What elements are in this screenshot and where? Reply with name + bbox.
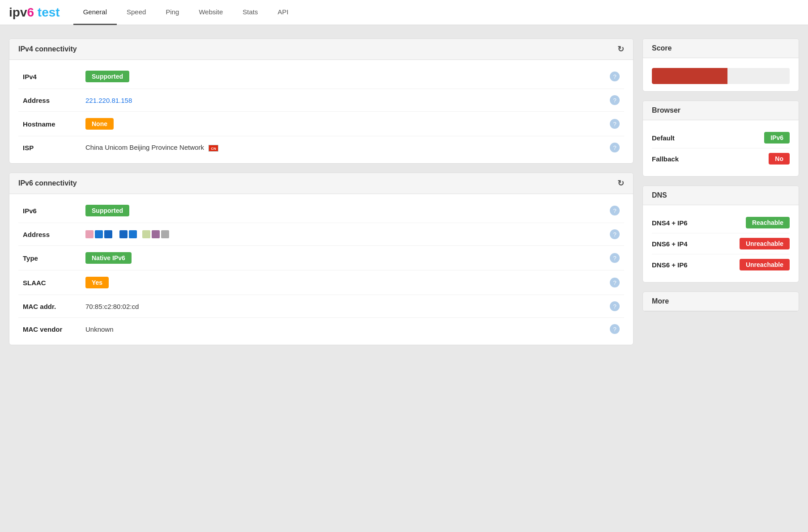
cn-flag-icon: CN (208, 145, 218, 152)
browser-fallback-badge: No (769, 153, 790, 165)
dns-card-body: DNS4 + IP6 Reachable DNS6 + IP4 Unreacha… (643, 205, 799, 282)
ipv6-mac-vendor-help-icon[interactable]: ? (610, 324, 620, 334)
nav-tab-general[interactable]: General (73, 0, 117, 25)
browser-default-label: Default (652, 134, 675, 142)
ipv6-block-2 (95, 230, 103, 238)
ipv6-block-7 (152, 230, 160, 238)
ipv6-block-1 (85, 230, 94, 238)
ipv6-address-row: Address (18, 223, 624, 246)
dns4-ip6-row: DNS4 + IP6 Reachable (652, 212, 790, 233)
browser-fallback-label: Fallback (652, 155, 679, 163)
ipv6-mac-vendor-label: MAC vendor (23, 325, 85, 333)
ipv4-section-title: IPv4 connectivity (18, 45, 77, 53)
ipv6-block-3 (104, 230, 112, 238)
browser-card-header: Browser (643, 101, 799, 120)
dns6-ip4-row: DNS6 + IP4 Unreachable (652, 233, 790, 254)
ipv6-refresh-icon[interactable]: ↻ (617, 178, 624, 188)
score-bar-container (652, 68, 790, 84)
ipv6-label: IPv6 (23, 207, 85, 215)
ipv6-supported-badge: Supported (85, 205, 129, 216)
ipv6-address-help-icon[interactable]: ? (610, 229, 620, 239)
left-column: IPv4 connectivity ↻ IPv4 Supported ? Add… (9, 38, 634, 345)
nav-tab-website[interactable]: Website (189, 0, 233, 25)
ipv4-hostname-label: Hostname (23, 120, 85, 128)
ipv4-card-body: IPv4 Supported ? Address 221.220.81.158 … (9, 60, 633, 163)
ipv4-address-label: Address (23, 97, 85, 104)
ipv6-address-blocks (85, 230, 610, 238)
browser-card-body: Default IPv6 Fallback No (643, 120, 799, 176)
nav-tab-ping[interactable]: Ping (156, 0, 189, 25)
ipv6-block-6 (142, 230, 150, 238)
header: ipv6 test General Speed Ping Website Sta… (0, 0, 808, 25)
ipv6-card-header: IPv6 connectivity ↻ (9, 173, 633, 194)
logo-test-text: test (34, 5, 60, 19)
browser-fallback-row: Fallback No (652, 148, 790, 169)
ipv6-status-row: IPv6 Supported ? (18, 198, 624, 223)
browser-default-badge: IPv6 (764, 132, 790, 144)
ipv6-type-label: Type (23, 254, 85, 262)
score-bar-fill (652, 68, 727, 84)
ipv4-supported-badge: Supported (85, 71, 129, 82)
dns6-ip6-label: DNS6 + IP6 (652, 261, 688, 269)
ipv4-hostname-badge: None (85, 118, 114, 130)
more-card: More (642, 291, 799, 312)
score-card-body (643, 58, 799, 91)
ipv6-section-title: IPv6 connectivity (18, 179, 77, 187)
ipv6-type-value: Native IPv6 (85, 252, 610, 264)
ipv4-address-value: 221.220.81.158 (85, 97, 610, 104)
ipv4-status-row: IPv4 Supported ? (18, 64, 624, 89)
dns-card-header: DNS (643, 186, 799, 205)
ipv6-slaac-help-icon[interactable]: ? (610, 278, 620, 287)
ipv6-value: Supported (85, 205, 610, 216)
ipv6-mac-addr-row: MAC addr. 70:85:c2:80:02:cd ? (18, 295, 624, 318)
ipv4-help-icon[interactable]: ? (610, 72, 620, 81)
dns4-ip6-label: DNS4 + IP6 (652, 219, 688, 227)
ipv6-type-help-icon[interactable]: ? (610, 253, 620, 263)
ipv4-refresh-icon[interactable]: ↻ (617, 44, 624, 54)
ipv6-help-icon[interactable]: ? (610, 206, 620, 215)
ipv6-card: IPv6 connectivity ↻ IPv6 Supported ? Add… (9, 173, 634, 345)
nav-tab-speed[interactable]: Speed (117, 0, 156, 25)
ipv6-type-badge: Native IPv6 (85, 252, 132, 264)
ipv4-isp-text: China Unicom Beijing Province Network (85, 144, 204, 151)
logo: ipv6 test (9, 5, 60, 20)
right-column: Score Browser Default IPv6 Fallback No (642, 38, 799, 345)
ipv4-hostname-row: Hostname None ? (18, 112, 624, 136)
ipv4-card: IPv4 connectivity ↻ IPv4 Supported ? Add… (9, 38, 634, 164)
nav-tab-api[interactable]: API (268, 0, 298, 25)
nav-tabs: General Speed Ping Website Stats API (73, 0, 298, 25)
score-card-header: Score (643, 39, 799, 58)
ipv6-mac-help-icon[interactable]: ? (610, 301, 620, 311)
ipv4-isp-help-icon[interactable]: ? (610, 143, 620, 152)
dns-card: DNS DNS4 + IP6 Reachable DNS6 + IP4 Unre… (642, 186, 799, 283)
ipv4-hostname-help-icon[interactable]: ? (610, 119, 620, 129)
logo-6-text: 6 (27, 5, 34, 19)
browser-card: Browser Default IPv6 Fallback No (642, 101, 799, 177)
ipv4-label: IPv4 (23, 73, 85, 80)
ipv6-card-body: IPv6 Supported ? Address (9, 194, 633, 345)
ipv6-block-4 (119, 230, 128, 238)
ipv4-address-row: Address 221.220.81.158 ? (18, 89, 624, 112)
ipv6-slaac-badge: Yes (85, 277, 109, 288)
ipv6-address-value (85, 230, 610, 238)
dns4-ip6-badge: Reachable (746, 217, 790, 228)
ipv6-mac-addr-value: 70:85:c2:80:02:cd (85, 303, 610, 310)
logo-ipv-text: ipv (9, 5, 27, 19)
ipv6-slaac-label: SLAAC (23, 279, 85, 287)
ipv6-address-label: Address (23, 231, 85, 238)
ipv6-type-row: Type Native IPv6 ? (18, 246, 624, 270)
nav-tab-stats[interactable]: Stats (233, 0, 268, 25)
ipv6-slaac-row: SLAAC Yes ? (18, 270, 624, 295)
score-card: Score (642, 38, 799, 92)
ipv4-isp-value: China Unicom Beijing Province Network CN (85, 144, 610, 152)
ipv4-isp-label: ISP (23, 144, 85, 152)
ipv4-address-help-icon[interactable]: ? (610, 95, 620, 105)
ipv4-hostname-value: None (85, 118, 610, 130)
ipv6-block-8 (161, 230, 169, 238)
ipv4-address-link[interactable]: 221.220.81.158 (85, 97, 132, 104)
browser-default-row: Default IPv6 (652, 127, 790, 148)
ipv6-slaac-value: Yes (85, 277, 610, 288)
ipv6-mac-vendor-row: MAC vendor Unknown ? (18, 318, 624, 340)
ipv4-isp-row: ISP China Unicom Beijing Province Networ… (18, 136, 624, 159)
ipv4-card-header: IPv4 connectivity ↻ (9, 39, 633, 60)
